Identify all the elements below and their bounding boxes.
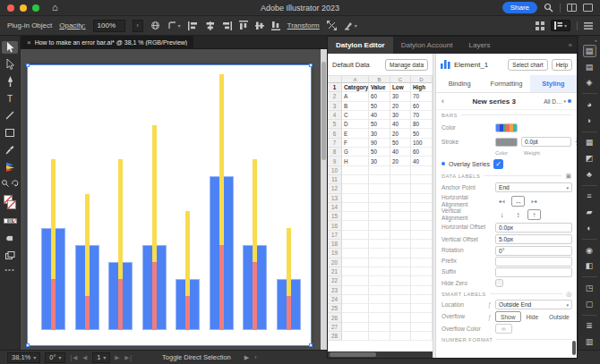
panel-more-icon[interactable]: » (569, 37, 577, 54)
app-frame-icon[interactable] (583, 4, 593, 12)
table-cell[interactable] (369, 332, 390, 341)
tab-formatting[interactable]: Formatting (483, 75, 529, 92)
canvas-rotation-field[interactable]: 0°▾ (45, 352, 65, 363)
align-right-icon[interactable] (222, 21, 232, 30)
opacity-dropdown-arrow[interactable]: › (133, 20, 143, 32)
workspace-panel-toggle[interactable]: ▾ (551, 20, 570, 31)
table-horizontal-scrollbar[interactable] (328, 351, 433, 358)
v-align-middle-icon[interactable]: ↕ (511, 209, 525, 220)
table-cell[interactable] (342, 304, 369, 313)
symbols-panel-icon[interactable]: ♣ (583, 168, 596, 181)
next-page-icon[interactable]: ▶ (115, 354, 120, 361)
properties-panel-icon[interactable]: ≣ (583, 320, 596, 333)
align-center-icon[interactable] (205, 21, 215, 30)
table-cell[interactable]: Category (342, 83, 369, 92)
v-align-bottom-icon[interactable]: ↓ (495, 209, 509, 220)
color-panel-icon[interactable]: ◕ (583, 98, 596, 111)
low-overlay-bar[interactable] (85, 296, 90, 330)
data-labels-options-icon[interactable]: ▣ (565, 173, 571, 180)
table-cell[interactable] (369, 175, 390, 184)
table-cell[interactable]: E (342, 129, 369, 138)
table-cell[interactable]: Value (369, 83, 390, 92)
table-cell[interactable] (369, 203, 390, 212)
column-header[interactable]: A (342, 75, 369, 83)
data-grid[interactable]: 1CategoryValueLowHigh2A6030703B5020604C4… (328, 83, 433, 347)
table-cell[interactable] (342, 231, 369, 240)
table-cell[interactable]: A (342, 92, 369, 101)
stroke-panel-icon[interactable]: ≡ (583, 190, 596, 203)
table-cell[interactable] (411, 313, 433, 322)
table-cell[interactable] (411, 304, 433, 313)
last-page-icon[interactable]: ▶| (124, 354, 133, 361)
opacity-value-field[interactable]: 100% (93, 20, 125, 32)
shape-builder-tool-icon[interactable] (2, 232, 18, 244)
selection-handle[interactable] (26, 343, 30, 347)
table-cell[interactable]: 40 (411, 157, 433, 165)
selection-handle[interactable] (26, 63, 30, 67)
table-cell[interactable] (342, 286, 369, 295)
table-cell[interactable] (411, 286, 433, 295)
table-cell[interactable] (369, 323, 390, 332)
table-cell[interactable]: 20 (390, 102, 411, 111)
selection-handle[interactable] (309, 343, 313, 347)
table-cell[interactable]: 60 (411, 148, 433, 157)
table-cell[interactable] (411, 267, 433, 276)
table-cell[interactable]: 50 (411, 129, 433, 138)
scrollbar-thumb[interactable] (321, 62, 326, 160)
scrollbar-thumb[interactable] (330, 352, 376, 357)
table-cell[interactable]: 40 (369, 111, 390, 120)
document-setup-icon[interactable] (150, 21, 160, 30)
location-select[interactable]: Outside End▾ (495, 300, 572, 309)
collapse-dock-icon[interactable]: « (595, 38, 597, 43)
table-cell[interactable] (411, 258, 433, 267)
table-cell[interactable]: D (342, 120, 369, 129)
swatches-panel-icon[interactable]: ▦ (583, 137, 596, 149)
rotate-view-tool-icon[interactable] (11, 177, 19, 190)
table-cell[interactable] (369, 184, 390, 193)
align-top-icon[interactable] (239, 21, 248, 30)
table-cell[interactable] (342, 249, 369, 258)
table-cell[interactable] (390, 184, 411, 193)
transform-label[interactable]: Transform (287, 21, 320, 30)
high-overlay-bar[interactable] (51, 159, 56, 278)
more-tools-icon[interactable]: ••• (4, 266, 14, 274)
zoom-tool-icon[interactable] (1, 177, 9, 190)
previous-page-icon[interactable]: ◀ (82, 354, 88, 361)
table-cell[interactable] (369, 295, 390, 304)
table-cell[interactable]: 30 (390, 92, 411, 101)
tab-binding[interactable]: Binding (436, 75, 483, 92)
stroke-color-swatch[interactable] (495, 138, 518, 147)
table-cell[interactable]: 30 (369, 157, 390, 165)
h-align-center-icon[interactable]: ↔ (511, 196, 525, 207)
manage-data-button[interactable]: Manage data (385, 59, 428, 71)
style-options-icon[interactable]: ▾ (344, 21, 357, 30)
table-cell[interactable]: 100 (411, 139, 433, 148)
low-overlay-bar[interactable] (287, 296, 291, 330)
table-cell[interactable] (369, 240, 390, 249)
eyedropper-tool-icon[interactable] (2, 143, 18, 156)
table-cell[interactable]: F (342, 139, 369, 148)
play-action-icon[interactable]: ▶ (244, 354, 249, 361)
asset-export-panel-icon[interactable]: ▢ (583, 298, 596, 310)
table-cell[interactable]: G (342, 148, 369, 157)
table-cell[interactable] (369, 231, 390, 240)
table-cell[interactable] (411, 166, 433, 175)
table-cell[interactable]: 50 (369, 120, 390, 129)
table-cell[interactable] (411, 249, 433, 258)
table-cell[interactable]: C (342, 111, 369, 120)
graphic-styles-panel-icon[interactable]: ◧ (583, 259, 596, 272)
bar-color-swatch[interactable] (495, 123, 518, 132)
align-left-icon[interactable] (188, 21, 198, 30)
overflow-color-link-icon[interactable]: ∞ (495, 324, 512, 334)
table-cell[interactable] (369, 276, 390, 285)
hide-zero-checkbox[interactable] (495, 279, 503, 287)
selection-tool-icon[interactable] (2, 41, 18, 54)
table-cell[interactable] (411, 231, 433, 240)
minimize-window-button[interactable] (20, 4, 27, 12)
table-cell[interactable]: 60 (369, 92, 390, 101)
table-cell[interactable]: 70 (411, 111, 433, 120)
table-cell[interactable] (369, 212, 390, 221)
canvas-vertical-scrollbar[interactable] (321, 49, 327, 350)
table-cell[interactable]: 20 (390, 157, 411, 165)
overflow-option-outside[interactable]: Outside (544, 311, 575, 322)
